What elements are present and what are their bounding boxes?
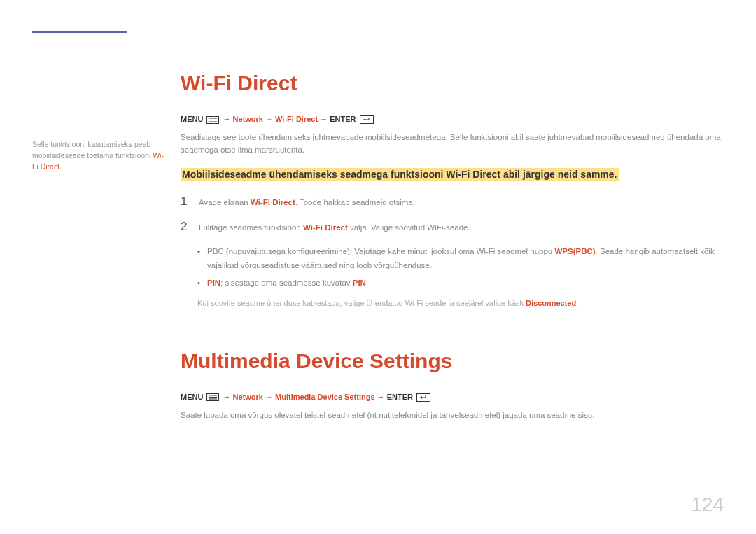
step-2: 2 Lülitage seadmes funktsioon Wi-Fi Dire…	[181, 220, 724, 234]
step-text: Avage ekraan Wi-Fi Direct. Toode hakkab …	[199, 198, 415, 206]
enter-icon	[416, 393, 430, 402]
bullet-bold-pre: PIN	[207, 279, 220, 287]
crumb-path: Network → Multimedia Device Settings	[233, 393, 375, 401]
step-bold: Wi-Fi Direct	[251, 198, 295, 206]
breadcrumb-wifi: MENU → Network → Wi-Fi Direct → ENTER	[181, 115, 724, 124]
step-post: . Toode hakkab seadmeid otsima.	[295, 198, 415, 206]
step-post: välja. Valige soovitud WiFi-seade.	[348, 223, 470, 232]
page-number: 124	[691, 493, 724, 516]
crumb-menu: MENU	[181, 115, 203, 123]
wifi-highlight: Mobiilsideseadme ühendamiseks seadmega f…	[181, 168, 619, 181]
sidebar-note-pre: Selle funktsiooni kasutamiseks peab mobi…	[32, 140, 153, 160]
breadcrumb-mds: MENU → Network → Multimedia Device Setti…	[181, 393, 724, 402]
step-pre: Lülitage seadmes funktsioon	[199, 223, 303, 232]
list-item: PIN: sisestage oma seadmesse kuvatav PIN…	[197, 276, 724, 290]
enter-icon	[360, 115, 374, 124]
footnote-pre: Kui soovite seadme ühenduse katkestada, …	[197, 299, 526, 307]
step-1: 1 Avage ekraan Wi-Fi Direct. Toode hakka…	[181, 195, 724, 209]
accent-bar	[32, 31, 127, 33]
crumb-enter: → ENTER	[375, 393, 413, 401]
sidebar-note: Selle funktsiooni kasutamiseks peab mobi…	[32, 139, 165, 172]
step-num: 1	[181, 195, 189, 209]
bullet-list: PBC (nupuvajutusega konfigureerimine): V…	[197, 245, 724, 290]
bullet-bold: WPS(PBC)	[554, 247, 595, 255]
sidebar: Selle funktsiooni kasutamiseks peab mobi…	[32, 71, 165, 431]
crumb-menu: MENU	[181, 393, 203, 401]
bullet-bold-post: PIN	[353, 279, 366, 287]
bullet-pre: PBC (nupuvajutusega konfigureerimine): V…	[207, 247, 554, 255]
crumb-arrow-1: →	[223, 393, 233, 401]
wifi-highlight-row: Mobiilsideseadme ühendamiseks seadmega f…	[181, 167, 724, 182]
mds-intro: Saate lubada oma võrgus olevatel teistel…	[181, 409, 724, 421]
heading-mds: Multimedia Device Settings	[181, 349, 724, 373]
crumb-path: Network → Wi-Fi Direct	[233, 115, 318, 123]
wifi-footnote: Kui soovite seadme ühenduse katkestada, …	[188, 297, 724, 310]
footnote-bold: Disconnected	[526, 299, 576, 307]
step-bold: Wi-Fi Direct	[303, 223, 348, 232]
step-num: 2	[181, 220, 189, 234]
wifi-intro: Seadistage see toote ühendamiseks juhtme…	[181, 131, 724, 157]
crumb-enter: → ENTER	[318, 115, 356, 123]
crumb-arrow-1: →	[223, 115, 233, 123]
top-rule	[32, 43, 724, 43]
sidebar-rule	[32, 132, 165, 132]
bullet-mid: : sisestage oma seadmesse kuvatav	[220, 279, 353, 287]
bullet-tail: .	[366, 279, 368, 287]
menu-icon	[206, 393, 219, 401]
heading-wifi-direct: Wi-Fi Direct	[181, 71, 724, 95]
list-item: PBC (nupuvajutusega konfigureerimine): V…	[197, 245, 724, 272]
step-text: Lülitage seadmes funktsioon Wi-Fi Direct…	[199, 223, 470, 232]
main-content: Wi-Fi Direct MENU → Network → Wi-Fi Dire…	[181, 71, 724, 431]
sidebar-note-post: .	[59, 162, 62, 171]
menu-icon	[206, 116, 219, 124]
footnote-post: .	[576, 299, 578, 307]
step-pre: Avage ekraan	[199, 198, 251, 206]
